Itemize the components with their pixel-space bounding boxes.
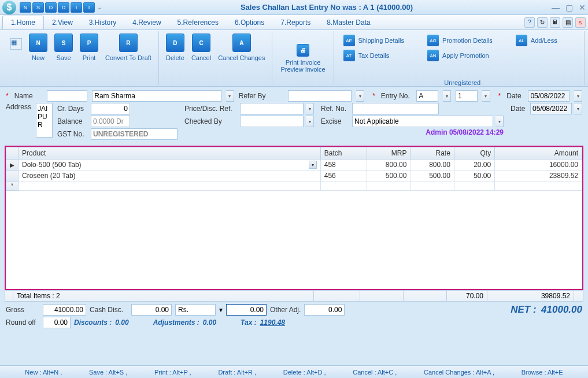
tab-options[interactable]: 6.Options bbox=[227, 16, 272, 29]
preview-invoice-button[interactable]: Preview Invoice bbox=[276, 66, 330, 73]
date1-input[interactable] bbox=[528, 90, 569, 102]
maximize-icon[interactable]: ▢ bbox=[565, 3, 573, 12]
promo-icon: AG bbox=[427, 35, 439, 46]
calculator-icon[interactable]: 🖩 bbox=[550, 17, 560, 28]
tab-history[interactable]: 3.History bbox=[81, 16, 124, 29]
shortcut-cc: Cancel Changes : Alt+A , bbox=[424, 369, 494, 376]
browse-icon[interactable]: ▦ bbox=[10, 38, 22, 50]
pricedisc-input[interactable] bbox=[240, 103, 304, 114]
otheradj-input[interactable] bbox=[304, 304, 345, 316]
delete-button[interactable]: DDelete bbox=[162, 32, 188, 62]
notepad-icon[interactable]: ▤ bbox=[563, 17, 573, 28]
pricedisc-dd-icon[interactable]: ▾ bbox=[306, 103, 314, 114]
name-label: Name bbox=[14, 92, 43, 100]
new-row[interactable]: * bbox=[6, 181, 582, 191]
entryno-series-input[interactable] bbox=[416, 90, 438, 102]
shortcut-browse: Browse : Alt+E bbox=[522, 369, 563, 376]
cell-product: Dolo-500 (500 Tab) bbox=[22, 161, 82, 169]
date2-input[interactable] bbox=[530, 103, 572, 114]
promotion-details-button[interactable]: AGPromotion Details bbox=[425, 34, 495, 47]
cancel-button[interactable]: CCancel bbox=[188, 32, 215, 62]
entryno-num-dd-icon[interactable]: ▾ bbox=[482, 90, 490, 102]
product-grid[interactable]: Product Batch MRP Rate Qty Amount ▶ Dolo… bbox=[5, 146, 583, 290]
col-product[interactable]: Product bbox=[19, 147, 321, 160]
tab-view[interactable]: 2.View bbox=[44, 16, 81, 29]
close-icon[interactable]: ✕ bbox=[579, 3, 586, 12]
cashdisc-input[interactable] bbox=[131, 304, 172, 316]
col-mrp[interactable]: MRP bbox=[367, 147, 411, 160]
referby-input[interactable] bbox=[288, 90, 352, 102]
qat-btn-2[interactable]: D bbox=[45, 2, 57, 13]
tab-home[interactable]: 1.Home bbox=[2, 16, 44, 29]
address-input[interactable]: JAIPUR bbox=[36, 103, 53, 138]
product-dropdown-icon[interactable]: ▾ bbox=[309, 161, 317, 169]
table-row[interactable]: ▶ Dolo-500 (500 Tab)▾ 458 800.00 800.00 … bbox=[6, 160, 582, 171]
entryno-series-dd-icon[interactable]: ▾ bbox=[443, 90, 451, 102]
crdays-input[interactable] bbox=[91, 103, 130, 114]
excise-input[interactable] bbox=[352, 116, 493, 127]
addless-icon: AL bbox=[516, 35, 527, 46]
convert-to-draft-button[interactable]: RConvert To Draft bbox=[102, 32, 155, 62]
new-button[interactable]: NNew bbox=[25, 32, 51, 62]
col-amount[interactable]: Amount bbox=[495, 147, 582, 160]
addless-label: Add/Less bbox=[531, 37, 557, 44]
col-batch[interactable]: Batch bbox=[320, 147, 367, 160]
qat-btn-1[interactable]: S bbox=[32, 2, 44, 13]
add-less-button[interactable]: ALAdd/Less bbox=[513, 34, 560, 47]
referby-dropdown-icon[interactable]: ▾ bbox=[356, 90, 364, 102]
date2-dd-icon[interactable]: ▾ bbox=[574, 103, 582, 114]
apply-promotion-button[interactable]: ANApply Promotion bbox=[425, 49, 491, 62]
col-qty[interactable]: Qty bbox=[454, 147, 494, 160]
qat-btn-4[interactable]: I bbox=[71, 2, 82, 13]
audit-stamp: Admin 05/08/2022 14:29 bbox=[321, 128, 504, 136]
tax-details-button[interactable]: ATTax Details bbox=[341, 49, 392, 62]
cell-qty: 50.00 bbox=[454, 171, 494, 181]
refno-input[interactable] bbox=[352, 103, 439, 114]
print-label: Print bbox=[83, 54, 96, 61]
qat-dropdown-icon[interactable]: ⌄ bbox=[97, 4, 102, 10]
entryno-num-input[interactable] bbox=[456, 90, 478, 102]
exit-icon[interactable]: ⎋ bbox=[575, 17, 586, 28]
tab-references[interactable]: 5.References bbox=[169, 16, 227, 29]
tax-link[interactable]: 1190.48 bbox=[260, 318, 285, 327]
cell-amount: 23809.52 bbox=[495, 171, 582, 181]
name-code-input[interactable] bbox=[47, 90, 87, 102]
minimize-icon[interactable]: — bbox=[552, 3, 560, 12]
save-button[interactable]: SSave bbox=[51, 32, 76, 62]
currency-dd-icon[interactable]: ▾ bbox=[219, 306, 223, 314]
qat-btn-0[interactable]: N bbox=[20, 2, 31, 13]
window-title: Sales Challan Last Entry No was : A 1 (4… bbox=[102, 3, 552, 12]
table-row[interactable]: Croseen (20 Tab) 456 500.00 500.00 50.00… bbox=[6, 171, 582, 181]
gstno-input bbox=[91, 128, 177, 140]
shipping-details-button[interactable]: AEShipping Details bbox=[341, 34, 407, 47]
discounts-label: Discounts : bbox=[74, 318, 112, 327]
print-button[interactable]: PPrint bbox=[76, 32, 102, 62]
tax-label: Tax Details bbox=[358, 52, 390, 59]
cell-rate: 800.00 bbox=[411, 160, 454, 171]
qat-btn-5[interactable]: I bbox=[83, 2, 95, 13]
tax-label: Tax : bbox=[241, 318, 257, 327]
refresh-icon[interactable]: ↻ bbox=[537, 17, 548, 28]
qat-btn-3[interactable]: D bbox=[58, 2, 69, 13]
new-label: New bbox=[32, 54, 45, 61]
total-qty: 70.00 bbox=[447, 291, 487, 301]
shortcut-draft: Draft : Alt+R , bbox=[218, 369, 256, 376]
print-invoice-button[interactable]: 🖨Print Invoice bbox=[281, 44, 326, 66]
checkedby-input[interactable] bbox=[240, 116, 304, 127]
tab-reports[interactable]: 7.Reports bbox=[272, 16, 319, 29]
adjustments-label: Adjustments : bbox=[153, 318, 199, 327]
tab-review[interactable]: 4.Review bbox=[124, 16, 169, 29]
name-input[interactable] bbox=[92, 90, 221, 102]
date1-dd-icon[interactable]: ▾ bbox=[574, 90, 582, 102]
curr-amt-input[interactable] bbox=[226, 304, 267, 316]
currency-input[interactable] bbox=[175, 304, 216, 316]
checkedby-dd-icon[interactable]: ▾ bbox=[306, 116, 314, 127]
col-rate[interactable]: Rate bbox=[411, 147, 454, 160]
tab-masterdata[interactable]: 8.Master Data bbox=[319, 16, 378, 29]
cancel-changes-button[interactable]: ACancel Changes bbox=[215, 32, 268, 62]
excise-dd-icon[interactable]: ▾ bbox=[495, 116, 504, 127]
name-dropdown-icon[interactable]: ▾ bbox=[226, 90, 234, 102]
shortcut-save: Save : Alt+S , bbox=[89, 369, 127, 376]
help-icon[interactable]: ? bbox=[524, 17, 535, 28]
tax-icon: AT bbox=[343, 50, 355, 61]
